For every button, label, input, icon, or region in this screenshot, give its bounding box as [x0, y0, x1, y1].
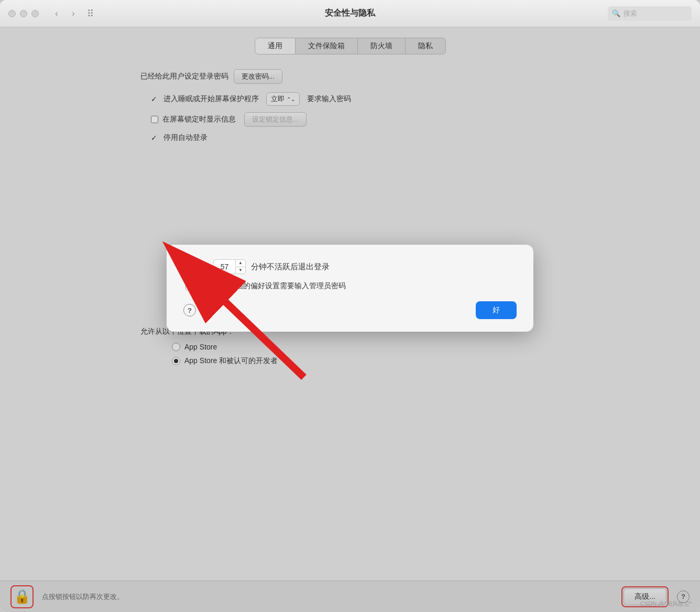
tab-general[interactable]: 通用	[255, 38, 296, 54]
tab-firewall[interactable]: 防火墙	[358, 38, 406, 54]
lock-screen-row: 在屏幕锁定时显示信息 设定锁定信息...	[151, 112, 560, 127]
disable-autologin-label: 停用自动登录	[163, 133, 207, 143]
stepper-up[interactable]: ▲	[236, 259, 245, 267]
require-password-label: 要求输入密码	[307, 94, 351, 104]
checkbox-highlight-border	[183, 261, 195, 272]
radio-appstore-dev-btn[interactable]	[172, 357, 180, 365]
settings-section: 已经给此用户设定登录密码 更改密码... ✓ 进入睡眠或开始屏幕保护程序 立即 …	[140, 69, 560, 149]
lock-hint-text: 点按锁按钮以防再次更改。	[42, 592, 613, 602]
admin-checkbox[interactable]	[185, 282, 194, 290]
minimize-button[interactable]	[20, 10, 27, 17]
back-button[interactable]: ‹	[49, 6, 64, 21]
sleep-row: ✓ 进入睡眠或开始屏幕保护程序 立即 ⌃⌄ 要求输入密码	[151, 92, 560, 106]
set-lock-info-btn[interactable]: 设定锁定信息...	[244, 112, 307, 127]
radio-appstore-btn[interactable]	[172, 343, 180, 351]
bottom-bar: 🔒 点按锁按钮以防再次更改。 高级... ?	[0, 581, 700, 612]
immediately-label: 立即	[271, 94, 285, 104]
radio-appstore-label: App Store	[184, 343, 217, 351]
traffic-lights	[8, 10, 39, 17]
radio-appstore-dev-label: App Store 和被认可的开发者	[184, 356, 278, 366]
lock-icon: 🔒	[14, 588, 30, 605]
dialog-help-btn[interactable]: ?	[183, 304, 196, 316]
ok-button[interactable]: 好	[476, 301, 517, 319]
tab-privacy[interactable]: 隐私	[406, 38, 446, 54]
lock-screen-checkbox[interactable]	[151, 116, 158, 123]
tab-filevault[interactable]: 文件保险箱	[296, 38, 358, 54]
search-box[interactable]: 🔍 搜索	[608, 6, 692, 21]
stepper-down[interactable]: ▼	[236, 267, 245, 275]
disable-autologin-checkmark: ✓	[151, 134, 157, 142]
tab-bar: 通用 文件保险箱 防火墙 隐私	[255, 38, 446, 54]
dropdown-arrow: ⌃⌄	[287, 96, 295, 102]
window-title: 安全性与隐私	[325, 8, 375, 19]
radio-appstore-dev: App Store 和被认可的开发者	[172, 356, 560, 366]
dialog-inactive-label: 分钟不活跃后退出登录	[251, 262, 330, 272]
sleep-label: 进入睡眠或开始屏幕保护程序	[163, 94, 259, 104]
main-window: ‹ › ⠿ 安全性与隐私 🔍 搜索 通用 文件保险箱 防火墙 隐私 已经给此用户…	[0, 0, 700, 612]
radio-group: App Store App Store 和被认可的开发者	[172, 343, 560, 366]
radio-inner-dot	[174, 359, 178, 363]
maximize-button[interactable]	[31, 10, 39, 17]
change-password-btn[interactable]: 更改密码...	[234, 69, 282, 84]
password-label: 已经给此用户设定登录密码	[140, 72, 228, 81]
minutes-stepper[interactable]: 57 ▲ ▼	[213, 259, 246, 274]
password-row: 已经给此用户设定登录密码 更改密码...	[140, 69, 560, 84]
admin-label: 访问系统范围的偏好设置需要输入管理员密码	[199, 281, 346, 291]
close-button[interactable]	[8, 10, 16, 17]
forward-button[interactable]: ›	[66, 6, 81, 21]
lock-screen-label: 在屏幕锁定时显示信息	[162, 115, 236, 124]
dialog-in-label: 在	[200, 262, 208, 272]
downloads-section: 允许从以下位置下载的App： App Store App Store 和被认可的…	[140, 327, 560, 366]
dialog-admin-row: 访问系统范围的偏好设置需要输入管理员密码	[185, 281, 517, 291]
immediately-dropdown[interactable]: 立即 ⌃⌄	[266, 92, 300, 106]
inactive-checkbox[interactable]	[185, 262, 193, 271]
search-icon: 🔍	[612, 9, 620, 17]
dialog-inactive-row: 在 57 ▲ ▼ 分钟不活跃后退出登录	[183, 259, 517, 274]
sleep-checkmark: ✓	[151, 95, 157, 103]
grid-icon: ⠿	[87, 8, 94, 19]
titlebar: ‹ › ⠿ 安全性与隐私 🔍 搜索	[0, 0, 700, 27]
dialog: 在 57 ▲ ▼ 分钟不活跃后退出登录 访问系统范围的偏好设置需要输入管理员密码	[167, 245, 533, 332]
dialog-footer: ? 好	[183, 301, 517, 319]
watermark: CSDN @*厢风散尘*	[640, 600, 692, 608]
stepper-arrows: ▲ ▼	[236, 259, 245, 274]
nav-buttons: ‹ ›	[49, 6, 81, 21]
radio-appstore: App Store	[172, 343, 560, 351]
minutes-value: 57	[214, 260, 236, 274]
lock-button[interactable]: 🔒	[10, 585, 34, 608]
search-placeholder: 搜索	[624, 9, 637, 18]
disable-autologin-row: ✓ 停用自动登录	[151, 133, 560, 143]
content-area: 通用 文件保险箱 防火墙 隐私 已经给此用户设定登录密码 更改密码... ✓ 进…	[0, 27, 700, 581]
